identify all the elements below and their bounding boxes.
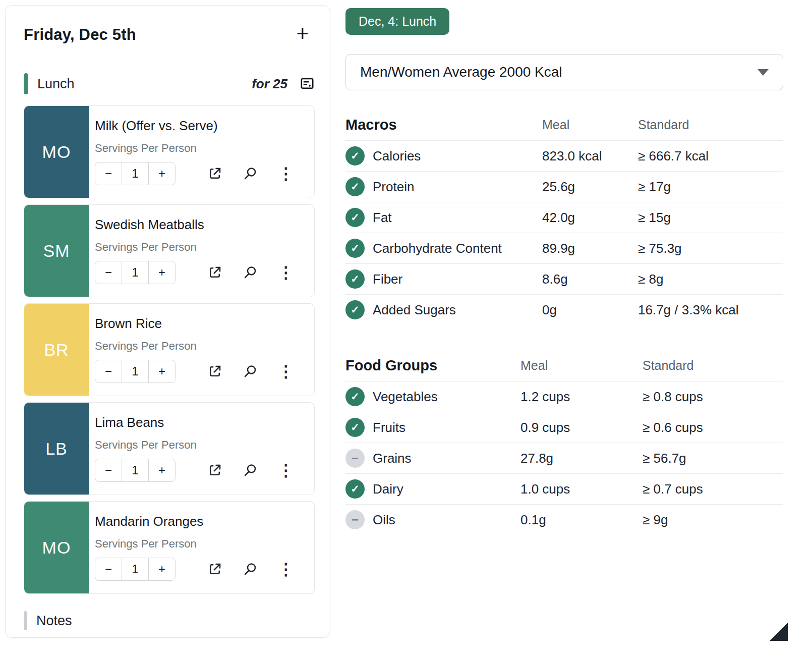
kebab-menu-icon[interactable]: ⋮ — [278, 363, 294, 379]
meal-avatar: MO — [24, 106, 89, 198]
food-groups-header: Food Groups Meal Standard — [345, 357, 783, 381]
check-icon — [345, 300, 365, 319]
table-row: Vegetables 1.2 cups ≥ 0.8 cups — [345, 381, 783, 412]
row-label: Vegetables — [373, 389, 438, 405]
servings-count-label: for 25 — [252, 76, 287, 92]
notes-section-header[interactable]: Notes — [24, 611, 315, 630]
kebab-menu-icon[interactable]: ⋮ — [278, 166, 294, 182]
open-external-icon[interactable] — [207, 265, 222, 280]
row-label: Fat — [373, 210, 392, 226]
meal-avatar: MO — [24, 502, 89, 593]
row-label: Dairy — [373, 481, 403, 497]
standard-value: ≥ 0.7 cups — [643, 481, 783, 497]
food-groups-table: Food Groups Meal Standard Vegetables 1.2… — [345, 357, 783, 535]
standard-select-value: Men/Women Average 2000 Kcal — [360, 64, 562, 80]
kebab-menu-icon[interactable]: ⋮ — [278, 264, 294, 281]
meal-value: 1.2 cups — [520, 389, 643, 405]
quantity-value: 1 — [122, 261, 149, 284]
meal-card: LB Lima Beans Servings Per Person − 1 + — [24, 402, 315, 495]
meal-avatar: SM — [24, 205, 89, 297]
table-row: Dairy 1.0 cups ≥ 0.7 cups — [345, 474, 783, 505]
open-external-icon[interactable] — [207, 364, 222, 379]
search-icon[interactable] — [243, 463, 258, 478]
quantity-value: 1 — [122, 558, 149, 581]
decrement-button[interactable]: − — [95, 558, 122, 581]
increment-button[interactable]: + — [148, 558, 176, 581]
standard-value: 16.7g / 3.3% kcal — [638, 302, 783, 318]
kebab-menu-icon[interactable]: ⋮ — [278, 561, 294, 577]
row-label: Carbohydrate Content — [373, 241, 502, 256]
macros-header: Macros Meal Standard — [345, 117, 783, 141]
quantity-stepper: − 1 + — [95, 261, 176, 284]
meal-title: Lima Beans — [95, 415, 305, 430]
servings-per-person-label: Servings Per Person — [95, 142, 305, 155]
meal-title: Brown Rice — [95, 316, 305, 332]
meal-title: Mandarin Oranges — [95, 514, 305, 529]
standard-value: ≥ 75.3g — [638, 241, 783, 256]
standard-value: ≥ 56.7g — [643, 451, 783, 466]
minus-icon — [345, 449, 365, 468]
quantity-value: 1 — [122, 162, 149, 185]
meal-value: 25.6g — [542, 179, 638, 195]
nutrition-panel: Dec, 4: Lunch Men/Women Average 2000 Kca… — [345, 8, 783, 535]
meal-value: 0g — [542, 302, 638, 318]
servings-per-person-label: Servings Per Person — [95, 537, 305, 551]
search-icon[interactable] — [243, 166, 258, 181]
open-external-icon[interactable] — [207, 463, 222, 478]
check-icon — [345, 418, 365, 437]
open-external-icon[interactable] — [207, 166, 222, 181]
check-icon — [345, 269, 365, 289]
add-meal-button[interactable]: + — [290, 26, 315, 42]
row-label: Added Sugars — [373, 302, 456, 318]
table-row: Added Sugars 0g 16.7g / 3.3% kcal — [345, 295, 783, 325]
standard-value: ≥ 17g — [638, 179, 783, 195]
check-icon — [345, 146, 365, 166]
row-label: Oils — [373, 512, 395, 528]
table-row: Fat 42.0g ≥ 15g — [345, 202, 783, 233]
macros-title: Macros — [345, 117, 542, 133]
decrement-button[interactable]: − — [95, 360, 122, 383]
standard-value: ≥ 9g — [643, 512, 783, 528]
meal-title: Swedish Meatballs — [95, 217, 305, 233]
quantity-stepper: − 1 + — [95, 459, 176, 482]
decrement-button[interactable]: − — [95, 459, 122, 482]
search-icon[interactable] — [243, 364, 258, 379]
quantity-value: 1 — [122, 459, 149, 482]
notes-label: Notes — [36, 613, 72, 629]
day-header: Friday, Dec 5th + — [24, 26, 315, 44]
decrement-button[interactable]: − — [95, 261, 122, 284]
table-row: Protein 25.6g ≥ 17g — [345, 172, 783, 202]
search-icon[interactable] — [243, 265, 258, 280]
standard-value: ≥ 15g — [638, 210, 783, 226]
menu-template-icon[interactable] — [300, 76, 315, 91]
standard-column-header: Standard — [643, 358, 783, 373]
check-icon — [345, 208, 365, 227]
meal-badge: Dec, 4: Lunch — [345, 8, 449, 35]
quantity-value: 1 — [122, 360, 149, 383]
open-external-icon[interactable] — [207, 562, 222, 577]
meal-value: 1.0 cups — [520, 481, 643, 497]
meal-avatar: LB — [24, 403, 89, 495]
check-icon — [345, 177, 365, 196]
quantity-stepper: − 1 + — [95, 360, 176, 383]
increment-button[interactable]: + — [148, 360, 176, 383]
meal-card: BR Brown Rice Servings Per Person − 1 + — [24, 303, 315, 396]
standard-select[interactable]: Men/Women Average 2000 Kcal — [345, 54, 783, 90]
increment-button[interactable]: + — [148, 459, 176, 482]
meal-value: 823.0 kcal — [542, 148, 638, 164]
decrement-button[interactable]: − — [95, 162, 122, 185]
table-row: Grains 27.8g ≥ 56.7g — [345, 443, 783, 474]
resize-corner-handle[interactable] — [770, 623, 788, 641]
increment-button[interactable]: + — [148, 162, 176, 185]
servings-per-person-label: Servings Per Person — [95, 439, 305, 452]
standard-value: ≥ 0.8 cups — [643, 389, 783, 405]
notes-accent-bar — [24, 611, 27, 630]
search-icon[interactable] — [243, 562, 258, 577]
increment-button[interactable]: + — [148, 261, 176, 284]
meal-value: 0.9 cups — [520, 420, 643, 435]
servings-per-person-label: Servings Per Person — [95, 340, 305, 353]
meal-value: 8.6g — [542, 271, 638, 287]
meal-column-header: Meal — [542, 118, 638, 132]
meal-avatar: BR — [24, 304, 89, 396]
kebab-menu-icon[interactable]: ⋮ — [278, 462, 294, 478]
